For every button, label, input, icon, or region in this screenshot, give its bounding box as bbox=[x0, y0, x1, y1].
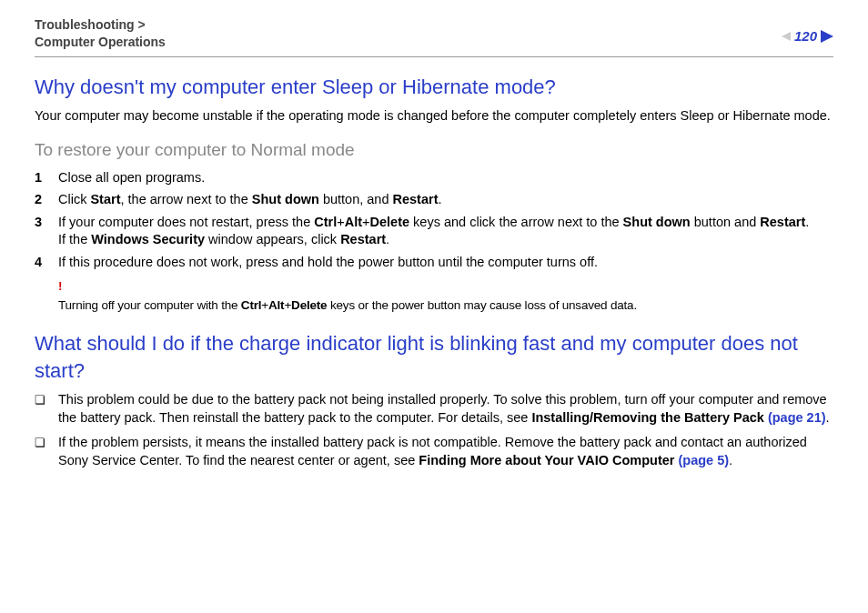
steps-list: 1 Close all open programs. 2 Click Start… bbox=[35, 169, 833, 272]
next-page-arrow-icon[interactable] bbox=[821, 30, 833, 43]
step-4: 4 If this procedure does not work, press… bbox=[35, 254, 833, 272]
list-text: This problem could be due to the battery… bbox=[58, 391, 833, 427]
list-text: If the problem persists, it means the in… bbox=[58, 434, 833, 469]
page-5-link[interactable]: (page 5) bbox=[678, 453, 729, 467]
step-number: 1 bbox=[35, 169, 58, 187]
bullet-list: ❏ This problem could be due to the batte… bbox=[35, 391, 833, 469]
step-1: 1 Close all open programs. bbox=[35, 169, 833, 187]
list-item: ❏ This problem could be due to the batte… bbox=[35, 391, 833, 427]
step-2: 2 Click Start, the arrow next to the Shu… bbox=[35, 191, 833, 209]
warning-note: ! Turning off your computer with the Ctr… bbox=[58, 278, 833, 313]
step-text: If your computer does not restart, press… bbox=[58, 214, 809, 249]
box-bullet-icon: ❏ bbox=[35, 434, 58, 469]
pager: 120 bbox=[782, 27, 833, 45]
step-number: 3 bbox=[35, 214, 58, 249]
step-text: Click Start, the arrow next to the Shut … bbox=[58, 191, 442, 209]
warning-icon: ! bbox=[58, 278, 833, 295]
prev-page-arrow-icon[interactable] bbox=[782, 32, 791, 41]
section1-title: Why doesn't my computer enter Sleep or H… bbox=[35, 74, 833, 101]
breadcrumb: Troubleshooting > Computer Operations bbox=[35, 16, 166, 51]
section1-subhead: To restore your computer to Normal mode bbox=[35, 138, 833, 162]
page-header: Troubleshooting > Computer Operations 12… bbox=[35, 16, 833, 57]
page-21-link[interactable]: (page 21) bbox=[768, 410, 826, 425]
warning-text: Turning off your computer with the Ctrl+… bbox=[58, 298, 637, 312]
step-number: 4 bbox=[35, 254, 58, 272]
box-bullet-icon: ❏ bbox=[35, 391, 58, 427]
step-3: 3 If your computer does not restart, pre… bbox=[35, 214, 833, 249]
breadcrumb-line1: Troubleshooting > bbox=[35, 17, 146, 32]
page-number: 120 bbox=[794, 27, 817, 45]
step-text: Close all open programs. bbox=[58, 169, 205, 187]
breadcrumb-line2: Computer Operations bbox=[35, 35, 166, 49]
section2-title: What should I do if the charge indicator… bbox=[35, 330, 833, 384]
step-number: 2 bbox=[35, 191, 58, 209]
list-item: ❏ If the problem persists, it means the … bbox=[35, 434, 833, 469]
section1-intro: Your computer may become unstable if the… bbox=[35, 107, 833, 126]
step-text: If this procedure does not work, press a… bbox=[58, 254, 598, 272]
